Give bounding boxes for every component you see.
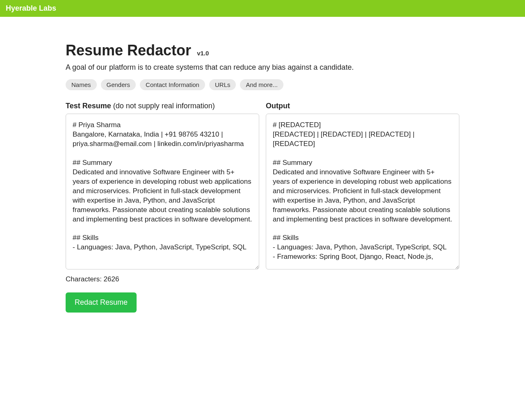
brand-title[interactable]: Hyerable Labs bbox=[6, 4, 56, 12]
input-label-hint: (do not supply real information) bbox=[111, 102, 215, 110]
chip-genders: Genders bbox=[101, 79, 136, 90]
output-column: Output bbox=[266, 102, 459, 271]
chip-names: Names bbox=[66, 79, 97, 90]
top-navbar: Hyerable Labs bbox=[0, 0, 525, 17]
chip-urls: URLs bbox=[209, 79, 236, 90]
redact-resume-button[interactable]: Redact Resume bbox=[66, 292, 137, 313]
main-container: Resume Redactor v1.0 A goal of our platf… bbox=[57, 17, 468, 329]
page-subtitle: A goal of our platform is to create syst… bbox=[66, 63, 459, 72]
input-resume-textarea[interactable] bbox=[66, 114, 259, 269]
input-label: Test Resume (do not supply real informat… bbox=[66, 102, 259, 110]
version-label: v1.0 bbox=[197, 50, 209, 57]
character-count: Characters: 2626 bbox=[66, 275, 459, 283]
input-column: Test Resume (do not supply real informat… bbox=[66, 102, 259, 271]
page-title: Resume Redactor v1.0 bbox=[66, 41, 459, 59]
io-columns: Test Resume (do not supply real informat… bbox=[66, 102, 459, 271]
redaction-chips: Names Genders Contact Information URLs A… bbox=[66, 79, 459, 90]
chip-contact-information: Contact Information bbox=[140, 79, 205, 90]
character-count-prefix: Characters: bbox=[66, 275, 104, 283]
input-label-bold: Test Resume bbox=[66, 102, 111, 110]
character-count-value: 2626 bbox=[104, 275, 119, 283]
output-resume-textarea[interactable] bbox=[266, 114, 459, 269]
page-title-text: Resume Redactor bbox=[66, 42, 191, 59]
chip-and-more: And more... bbox=[240, 79, 283, 90]
output-label: Output bbox=[266, 102, 459, 110]
output-label-text: Output bbox=[266, 102, 290, 110]
